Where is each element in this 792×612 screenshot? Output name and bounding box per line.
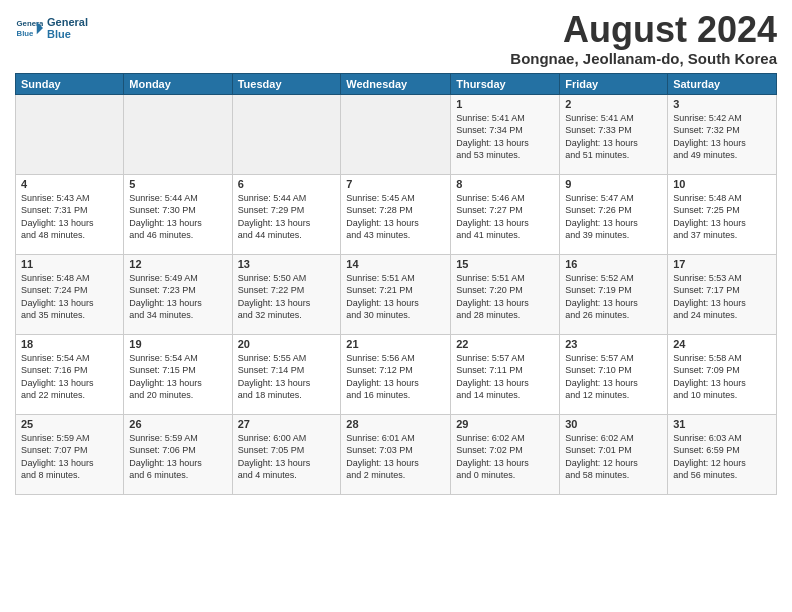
calendar-cell: 13Sunrise: 5:50 AM Sunset: 7:22 PM Dayli… bbox=[232, 254, 341, 334]
day-content: Sunrise: 5:41 AM Sunset: 7:33 PM Dayligh… bbox=[565, 112, 662, 162]
calendar-cell bbox=[341, 94, 451, 174]
calendar-cell: 14Sunrise: 5:51 AM Sunset: 7:21 PM Dayli… bbox=[341, 254, 451, 334]
weekday-header-row: SundayMondayTuesdayWednesdayThursdayFrid… bbox=[16, 73, 777, 94]
weekday-friday: Friday bbox=[560, 73, 668, 94]
calendar-cell: 6Sunrise: 5:44 AM Sunset: 7:29 PM Daylig… bbox=[232, 174, 341, 254]
calendar-cell: 2Sunrise: 5:41 AM Sunset: 7:33 PM Daylig… bbox=[560, 94, 668, 174]
day-number: 9 bbox=[565, 178, 662, 190]
day-number: 12 bbox=[129, 258, 226, 270]
calendar-cell bbox=[124, 94, 232, 174]
day-number: 8 bbox=[456, 178, 554, 190]
month-title: August 2024 bbox=[510, 10, 777, 50]
day-content: Sunrise: 6:03 AM Sunset: 6:59 PM Dayligh… bbox=[673, 432, 771, 482]
day-number: 11 bbox=[21, 258, 118, 270]
calendar-cell: 15Sunrise: 5:51 AM Sunset: 7:20 PM Dayli… bbox=[451, 254, 560, 334]
day-number: 15 bbox=[456, 258, 554, 270]
day-number: 2 bbox=[565, 98, 662, 110]
calendar-cell: 18Sunrise: 5:54 AM Sunset: 7:16 PM Dayli… bbox=[16, 334, 124, 414]
day-content: Sunrise: 5:58 AM Sunset: 7:09 PM Dayligh… bbox=[673, 352, 771, 402]
day-content: Sunrise: 5:48 AM Sunset: 7:25 PM Dayligh… bbox=[673, 192, 771, 242]
calendar-cell: 4Sunrise: 5:43 AM Sunset: 7:31 PM Daylig… bbox=[16, 174, 124, 254]
day-number: 26 bbox=[129, 418, 226, 430]
day-content: Sunrise: 5:54 AM Sunset: 7:15 PM Dayligh… bbox=[129, 352, 226, 402]
weekday-thursday: Thursday bbox=[451, 73, 560, 94]
day-content: Sunrise: 6:01 AM Sunset: 7:03 PM Dayligh… bbox=[346, 432, 445, 482]
page-container: General Blue General Blue August 2024 Bo… bbox=[0, 0, 792, 612]
calendar-cell: 31Sunrise: 6:03 AM Sunset: 6:59 PM Dayli… bbox=[668, 414, 777, 494]
calendar-cell: 16Sunrise: 5:52 AM Sunset: 7:19 PM Dayli… bbox=[560, 254, 668, 334]
day-content: Sunrise: 5:46 AM Sunset: 7:27 PM Dayligh… bbox=[456, 192, 554, 242]
calendar-cell: 23Sunrise: 5:57 AM Sunset: 7:10 PM Dayli… bbox=[560, 334, 668, 414]
calendar-cell: 29Sunrise: 6:02 AM Sunset: 7:02 PM Dayli… bbox=[451, 414, 560, 494]
day-content: Sunrise: 6:02 AM Sunset: 7:01 PM Dayligh… bbox=[565, 432, 662, 482]
day-number: 17 bbox=[673, 258, 771, 270]
calendar-cell: 5Sunrise: 5:44 AM Sunset: 7:30 PM Daylig… bbox=[124, 174, 232, 254]
weekday-sunday: Sunday bbox=[16, 73, 124, 94]
logo-line1: General bbox=[47, 16, 88, 28]
day-number: 30 bbox=[565, 418, 662, 430]
day-number: 25 bbox=[21, 418, 118, 430]
logo-icon: General Blue bbox=[15, 14, 43, 42]
calendar-cell: 26Sunrise: 5:59 AM Sunset: 7:06 PM Dayli… bbox=[124, 414, 232, 494]
calendar-cell: 28Sunrise: 6:01 AM Sunset: 7:03 PM Dayli… bbox=[341, 414, 451, 494]
week-row-2: 4Sunrise: 5:43 AM Sunset: 7:31 PM Daylig… bbox=[16, 174, 777, 254]
title-area: August 2024 Bongnae, Jeollanam-do, South… bbox=[510, 10, 777, 67]
day-number: 20 bbox=[238, 338, 336, 350]
calendar-cell: 17Sunrise: 5:53 AM Sunset: 7:17 PM Dayli… bbox=[668, 254, 777, 334]
day-content: Sunrise: 5:55 AM Sunset: 7:14 PM Dayligh… bbox=[238, 352, 336, 402]
weekday-monday: Monday bbox=[124, 73, 232, 94]
week-row-4: 18Sunrise: 5:54 AM Sunset: 7:16 PM Dayli… bbox=[16, 334, 777, 414]
calendar-cell bbox=[16, 94, 124, 174]
day-content: Sunrise: 5:43 AM Sunset: 7:31 PM Dayligh… bbox=[21, 192, 118, 242]
day-number: 29 bbox=[456, 418, 554, 430]
day-content: Sunrise: 5:59 AM Sunset: 7:07 PM Dayligh… bbox=[21, 432, 118, 482]
day-content: Sunrise: 5:57 AM Sunset: 7:11 PM Dayligh… bbox=[456, 352, 554, 402]
day-content: Sunrise: 5:45 AM Sunset: 7:28 PM Dayligh… bbox=[346, 192, 445, 242]
day-content: Sunrise: 5:49 AM Sunset: 7:23 PM Dayligh… bbox=[129, 272, 226, 322]
weekday-tuesday: Tuesday bbox=[232, 73, 341, 94]
day-number: 3 bbox=[673, 98, 771, 110]
day-number: 16 bbox=[565, 258, 662, 270]
day-content: Sunrise: 5:56 AM Sunset: 7:12 PM Dayligh… bbox=[346, 352, 445, 402]
svg-text:Blue: Blue bbox=[17, 29, 35, 38]
day-number: 23 bbox=[565, 338, 662, 350]
day-number: 22 bbox=[456, 338, 554, 350]
weekday-saturday: Saturday bbox=[668, 73, 777, 94]
day-number: 28 bbox=[346, 418, 445, 430]
calendar-cell: 21Sunrise: 5:56 AM Sunset: 7:12 PM Dayli… bbox=[341, 334, 451, 414]
calendar-cell: 24Sunrise: 5:58 AM Sunset: 7:09 PM Dayli… bbox=[668, 334, 777, 414]
day-content: Sunrise: 6:02 AM Sunset: 7:02 PM Dayligh… bbox=[456, 432, 554, 482]
calendar-cell: 1Sunrise: 5:41 AM Sunset: 7:34 PM Daylig… bbox=[451, 94, 560, 174]
calendar-cell: 11Sunrise: 5:48 AM Sunset: 7:24 PM Dayli… bbox=[16, 254, 124, 334]
calendar-cell: 9Sunrise: 5:47 AM Sunset: 7:26 PM Daylig… bbox=[560, 174, 668, 254]
day-content: Sunrise: 5:50 AM Sunset: 7:22 PM Dayligh… bbox=[238, 272, 336, 322]
logo: General Blue General Blue bbox=[15, 14, 88, 42]
calendar: SundayMondayTuesdayWednesdayThursdayFrid… bbox=[15, 73, 777, 495]
day-number: 13 bbox=[238, 258, 336, 270]
logo-line2: Blue bbox=[47, 28, 88, 40]
calendar-cell: 10Sunrise: 5:48 AM Sunset: 7:25 PM Dayli… bbox=[668, 174, 777, 254]
day-content: Sunrise: 5:52 AM Sunset: 7:19 PM Dayligh… bbox=[565, 272, 662, 322]
week-row-5: 25Sunrise: 5:59 AM Sunset: 7:07 PM Dayli… bbox=[16, 414, 777, 494]
subtitle: Bongnae, Jeollanam-do, South Korea bbox=[510, 50, 777, 67]
day-content: Sunrise: 5:51 AM Sunset: 7:21 PM Dayligh… bbox=[346, 272, 445, 322]
day-number: 5 bbox=[129, 178, 226, 190]
weekday-wednesday: Wednesday bbox=[341, 73, 451, 94]
day-content: Sunrise: 5:44 AM Sunset: 7:30 PM Dayligh… bbox=[129, 192, 226, 242]
day-number: 31 bbox=[673, 418, 771, 430]
day-number: 7 bbox=[346, 178, 445, 190]
day-number: 4 bbox=[21, 178, 118, 190]
week-row-1: 1Sunrise: 5:41 AM Sunset: 7:34 PM Daylig… bbox=[16, 94, 777, 174]
day-content: Sunrise: 5:57 AM Sunset: 7:10 PM Dayligh… bbox=[565, 352, 662, 402]
calendar-cell: 20Sunrise: 5:55 AM Sunset: 7:14 PM Dayli… bbox=[232, 334, 341, 414]
calendar-cell: 12Sunrise: 5:49 AM Sunset: 7:23 PM Dayli… bbox=[124, 254, 232, 334]
day-number: 10 bbox=[673, 178, 771, 190]
day-content: Sunrise: 6:00 AM Sunset: 7:05 PM Dayligh… bbox=[238, 432, 336, 482]
calendar-cell bbox=[232, 94, 341, 174]
day-content: Sunrise: 5:42 AM Sunset: 7:32 PM Dayligh… bbox=[673, 112, 771, 162]
calendar-cell: 7Sunrise: 5:45 AM Sunset: 7:28 PM Daylig… bbox=[341, 174, 451, 254]
day-content: Sunrise: 5:41 AM Sunset: 7:34 PM Dayligh… bbox=[456, 112, 554, 162]
calendar-cell: 8Sunrise: 5:46 AM Sunset: 7:27 PM Daylig… bbox=[451, 174, 560, 254]
calendar-cell: 3Sunrise: 5:42 AM Sunset: 7:32 PM Daylig… bbox=[668, 94, 777, 174]
calendar-cell: 19Sunrise: 5:54 AM Sunset: 7:15 PM Dayli… bbox=[124, 334, 232, 414]
